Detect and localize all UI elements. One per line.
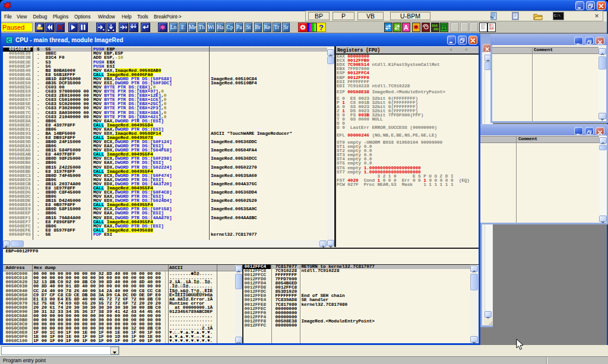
svg-text:101: 101: [433, 28, 439, 31]
svg-text:A: A: [404, 24, 408, 31]
svg-text:C:\: C:\: [554, 14, 560, 18]
